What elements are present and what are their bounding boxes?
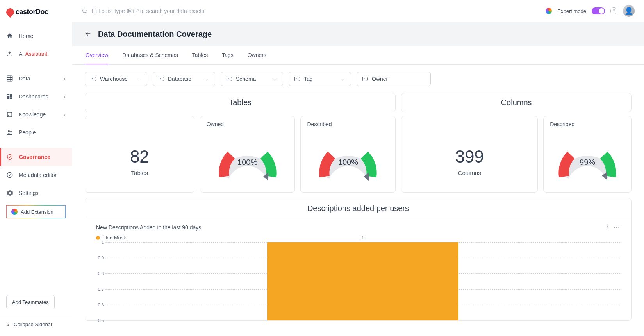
sidebar-item-label: Data bbox=[19, 75, 30, 82]
gauge-columns-described-pct: 99% bbox=[554, 158, 621, 167]
filter-schema[interactable]: Schema⌄ bbox=[221, 72, 283, 86]
tab-tables[interactable]: Tables bbox=[191, 46, 209, 64]
grid-icon bbox=[6, 75, 13, 82]
sidebar-item-label: Home bbox=[19, 33, 33, 39]
avatar[interactable]: 👤 bbox=[623, 5, 635, 17]
sidebar-item-label: Knowledge bbox=[19, 111, 46, 118]
svg-rect-4 bbox=[10, 97, 12, 99]
gauge-tables-described: 100% bbox=[315, 134, 381, 184]
sidebar-item-label: People bbox=[19, 129, 36, 136]
tables-owned-card: Owned 100% bbox=[200, 116, 295, 193]
sidebar-item-people[interactable]: People bbox=[0, 123, 72, 141]
tab-owners[interactable]: Owners bbox=[247, 46, 267, 64]
chevron-down-icon: ⌄ bbox=[273, 76, 277, 82]
y-axis: 1 0.9 0.8 0.7 0.6 0.5 bbox=[96, 242, 105, 320]
add-extension-button[interactable]: Add Extension bbox=[6, 205, 66, 218]
help-icon[interactable]: ? bbox=[610, 7, 617, 14]
more-icon[interactable]: ⋯ bbox=[614, 223, 620, 231]
tab-tags[interactable]: Tags bbox=[221, 46, 234, 64]
descriptions-section: Descriptions added per users New Descrip… bbox=[85, 198, 632, 321]
gauge-owned-pct: 100% bbox=[214, 158, 281, 167]
content: Tables 82 Tables Owned 100% bbox=[72, 93, 644, 336]
check-circle-icon bbox=[6, 172, 13, 179]
gauge-owned: 100% bbox=[214, 134, 281, 184]
tables-count-label: Tables bbox=[91, 170, 188, 176]
sidebar-item-label: Governance bbox=[19, 154, 50, 160]
tag-icon bbox=[159, 77, 164, 81]
svg-rect-1 bbox=[7, 94, 9, 95]
info-icon[interactable]: i bbox=[607, 223, 608, 231]
expert-mode-label: Expert mode bbox=[557, 8, 586, 14]
topbar-right: Expert mode ? 👤 bbox=[546, 5, 635, 17]
sidebar-item-settings[interactable]: Settings bbox=[0, 184, 72, 202]
collapse-icon: « bbox=[6, 322, 9, 327]
sidebar-bottom: Add Teammates « Collapse Sidebar bbox=[0, 292, 72, 336]
svg-point-8 bbox=[83, 9, 86, 13]
tables-described-card: Described 100% bbox=[300, 116, 396, 193]
tag-icon bbox=[91, 77, 96, 81]
sidebar-item-data[interactable]: Data › bbox=[0, 70, 72, 88]
shield-icon bbox=[6, 154, 13, 161]
descriptions-title: Descriptions added per users bbox=[85, 198, 631, 217]
tag-icon bbox=[362, 77, 368, 81]
tab-databases-schemas[interactable]: Databases & Schemas bbox=[121, 46, 178, 64]
divider bbox=[6, 145, 66, 145]
brand-logo[interactable]: castorDoc bbox=[0, 0, 72, 24]
chart-area: New Descriptions Added in the last 90 da… bbox=[85, 217, 631, 320]
sidebar-item-home[interactable]: Home bbox=[0, 27, 72, 45]
collapse-label: Collapse Sidebar bbox=[14, 322, 52, 327]
people-icon bbox=[6, 129, 13, 136]
filter-database[interactable]: Database⌄ bbox=[153, 72, 215, 86]
tabs: Overview Databases & Schemas Tables Tags… bbox=[72, 46, 644, 65]
gear-icon bbox=[6, 189, 13, 197]
svg-point-6 bbox=[10, 131, 12, 132]
svg-point-7 bbox=[7, 172, 12, 178]
sidebar-item-governance[interactable]: Governance bbox=[0, 148, 72, 166]
search-placeholder-text: Hi Louis, type ⌘+P to search your data a… bbox=[92, 8, 204, 14]
svg-rect-0 bbox=[7, 76, 12, 81]
filter-tag[interactable]: Tag⌄ bbox=[289, 72, 351, 86]
tag-icon bbox=[227, 77, 232, 81]
logo-icon bbox=[5, 6, 16, 17]
main: Hi Louis, type ⌘+P to search your data a… bbox=[72, 0, 644, 336]
filters: Warehouse⌄ Database⌄ Schema⌄ Tag⌄ Owner bbox=[72, 65, 644, 93]
book-icon bbox=[6, 111, 13, 118]
tab-overview[interactable]: Overview bbox=[85, 46, 109, 64]
filter-warehouse[interactable]: Warehouse⌄ bbox=[85, 72, 147, 86]
add-teammates-button[interactable]: Add Teammates bbox=[6, 295, 55, 309]
chart-subtitle: New Descriptions Added in the last 90 da… bbox=[96, 224, 201, 231]
columns-section: Columns 399 Columns Described 99% bbox=[401, 93, 632, 193]
svg-point-5 bbox=[8, 130, 10, 132]
legend-dot bbox=[96, 236, 100, 240]
search-input[interactable]: Hi Louis, type ⌘+P to search your data a… bbox=[82, 8, 541, 14]
back-button[interactable] bbox=[85, 30, 92, 39]
divider bbox=[6, 66, 66, 66]
tag-icon bbox=[294, 77, 300, 81]
chevron-down-icon: ⌄ bbox=[205, 76, 209, 82]
chevron-down-icon: ⌄ bbox=[137, 76, 141, 82]
columns-described-card: Described 99% bbox=[543, 116, 632, 193]
bar-chart: 1 0.9 0.8 0.7 0.6 0.5 bbox=[105, 242, 620, 320]
rainbow-icon[interactable] bbox=[546, 8, 552, 14]
sparkle-icon bbox=[6, 50, 13, 57]
columns-count-label: Columns bbox=[408, 170, 531, 176]
expert-mode-toggle[interactable] bbox=[592, 7, 605, 14]
sidebar-item-dashboards[interactable]: Dashboards › bbox=[0, 88, 72, 105]
chevron-right-icon: › bbox=[64, 93, 66, 100]
topbar: Hi Louis, type ⌘+P to search your data a… bbox=[72, 0, 644, 22]
tables-count-card: 82 Tables bbox=[85, 116, 194, 193]
sidebar-item-ai-assistant[interactable]: AI Assistant bbox=[0, 45, 72, 63]
sidebar-item-label: Settings bbox=[19, 190, 39, 196]
gauge-tables-described-pct: 100% bbox=[315, 158, 381, 167]
chevron-right-icon: › bbox=[64, 75, 66, 82]
bar[interactable]: 1 bbox=[267, 242, 458, 320]
filter-owner[interactable]: Owner bbox=[357, 72, 431, 86]
described-label: Described bbox=[550, 121, 625, 127]
collapse-sidebar-button[interactable]: « Collapse Sidebar bbox=[0, 316, 72, 333]
sidebar: castorDoc Home AI Assistant Data › Dashb… bbox=[0, 0, 72, 336]
section-title-columns: Columns bbox=[401, 93, 631, 112]
described-label: Described bbox=[307, 121, 389, 127]
sidebar-item-knowledge[interactable]: Knowledge › bbox=[0, 105, 72, 123]
sidebar-item-metadata-editor[interactable]: Metadata editor bbox=[0, 166, 72, 184]
columns-count: 399 bbox=[408, 147, 531, 166]
